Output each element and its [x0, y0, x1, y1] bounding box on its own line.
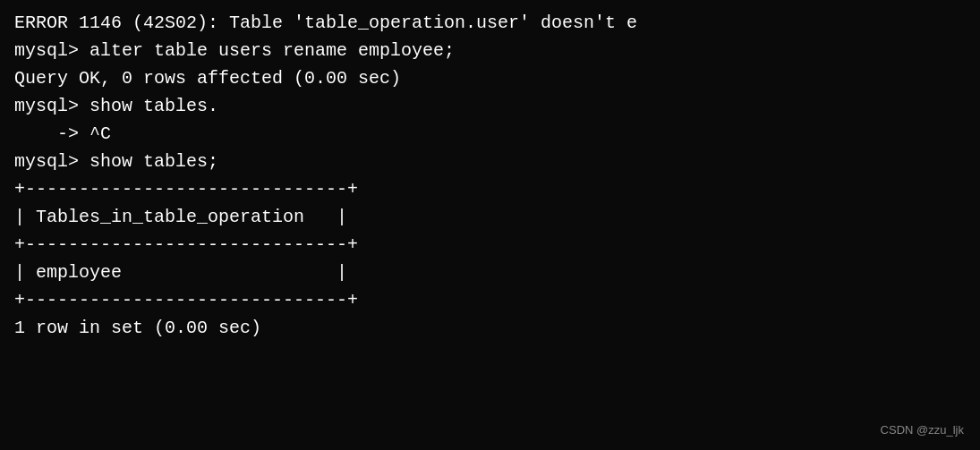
terminal-line-8: +------------------------------+ [14, 175, 966, 203]
terminal-line-10: +------------------------------+ [14, 231, 966, 259]
terminal-line-9: | Tables_in_table_operation | [14, 203, 966, 231]
terminal-line-13: 1 row in set (0.00 sec) [14, 314, 966, 342]
terminal-window: ERROR 1146 (42S02): Table 'table_operati… [0, 0, 980, 450]
terminal-line-12: +------------------------------+ [14, 286, 966, 314]
terminal-line-5: mysql> show tables. [14, 92, 966, 120]
terminal-line-7: mysql> show tables; [14, 148, 966, 175]
terminal-line-11: | employee | [14, 259, 966, 286]
terminal-line-1: ERROR 1146 (42S02): Table 'table_operati… [14, 9, 966, 37]
terminal-line-3: Query OK, 0 rows affected (0.00 sec) [14, 64, 966, 92]
watermark-label: CSDN @zzu_ljk [881, 421, 964, 439]
terminal-line-6: -> ^C [14, 120, 966, 148]
terminal-line-2: mysql> alter table users rename employee… [14, 37, 966, 64]
